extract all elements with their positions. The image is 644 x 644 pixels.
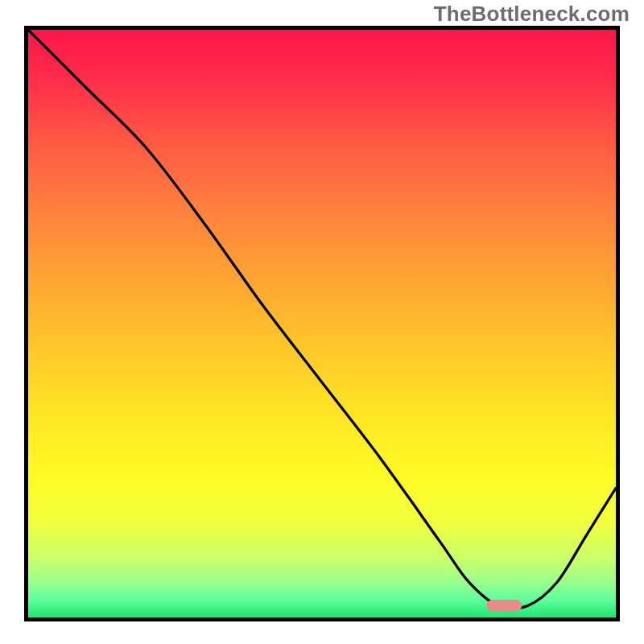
watermark-text: TheBottleneck.com <box>434 2 630 27</box>
curve-line <box>28 30 616 609</box>
page-root: TheBottleneck.com <box>0 0 644 644</box>
chart-frame <box>24 26 620 621</box>
optimum-marker <box>486 600 522 612</box>
chart-overlay <box>28 30 616 617</box>
